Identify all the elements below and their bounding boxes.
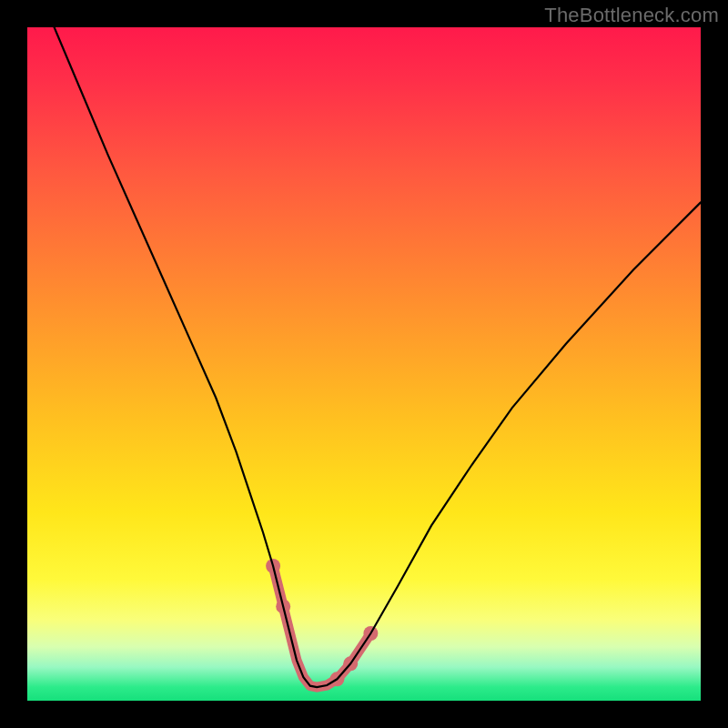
- chart-frame: TheBottleneck.com: [0, 0, 728, 728]
- plot-area: [27, 27, 701, 701]
- bottleneck-curve: [55, 27, 701, 687]
- curve-layer: [27, 27, 701, 701]
- watermark-text: TheBottleneck.com: [544, 4, 719, 27]
